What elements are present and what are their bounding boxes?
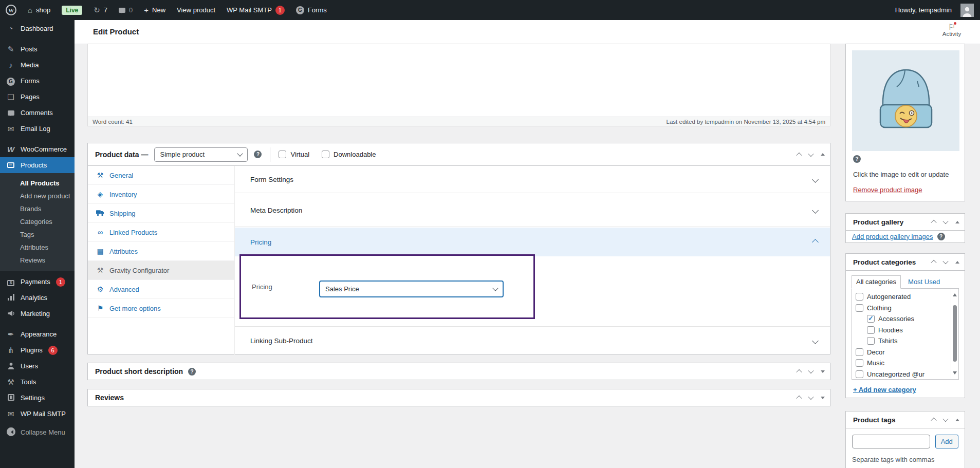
move-down-icon[interactable] — [942, 416, 948, 422]
accordion-form-settings[interactable]: Form Settings — [235, 166, 830, 193]
move-up-icon[interactable] — [931, 418, 936, 423]
tab-most-used[interactable]: Most Used — [908, 278, 940, 286]
sidebar-item-comments[interactable]: Comments — [0, 105, 75, 121]
scrollbar-thumb[interactable] — [953, 305, 957, 362]
sidebar-item-wp-mail-smtp[interactable]: ✉ WP Mail SMTP — [0, 406, 75, 422]
move-up-icon[interactable] — [796, 369, 802, 375]
sidebar-item-posts[interactable]: ✎ Posts — [0, 41, 75, 57]
tag-input[interactable] — [852, 435, 930, 448]
tab-advanced[interactable]: ⚙Advanced — [88, 280, 234, 299]
remove-product-image-link[interactable]: Remove product image — [853, 186, 922, 194]
category-checkbox[interactable] — [867, 337, 875, 345]
pricing-select[interactable]: Sales Price — [319, 280, 504, 297]
move-down-icon[interactable] — [942, 258, 948, 264]
category-checkbox[interactable] — [856, 370, 863, 378]
move-down-icon[interactable] — [942, 218, 948, 224]
help-icon[interactable]: ? — [254, 151, 262, 158]
short-description-panel[interactable]: Product short description ? — [87, 363, 830, 380]
site-name-link[interactable]: ⌂ shop — [22, 0, 56, 20]
help-icon[interactable]: ? — [937, 233, 945, 240]
add-gallery-images-link[interactable]: Add product gallery images — [852, 233, 933, 240]
category-checkbox-checked[interactable] — [867, 315, 875, 323]
accordion-meta-description[interactable]: Meta Description — [235, 194, 830, 227]
tab-all-categories[interactable]: All categories — [852, 275, 901, 289]
sidebar-item-woocommerce[interactable]: W WooCommerce — [0, 141, 75, 157]
submenu-categories[interactable]: Categories — [0, 215, 75, 228]
wp-mail-smtp-menu[interactable]: WP Mail SMTP 1 — [221, 0, 290, 20]
wp-logo-menu[interactable]: W — [0, 0, 22, 20]
move-down-icon[interactable] — [808, 368, 813, 373]
scrollbar[interactable] — [951, 289, 958, 379]
toggle-panel-icon[interactable] — [955, 219, 959, 223]
category-checkbox[interactable] — [856, 293, 863, 301]
toggle-panel-icon[interactable] — [955, 259, 959, 264]
accordion-pricing[interactable]: Pricing — [235, 228, 830, 256]
toggle-panel-icon[interactable] — [955, 417, 959, 421]
category-checkbox[interactable] — [856, 348, 863, 356]
toggle-panel-icon[interactable] — [821, 151, 825, 156]
sidebar-item-appearance[interactable]: ✒ Appearance — [0, 326, 75, 342]
scroll-down-icon[interactable] — [953, 371, 957, 377]
move-down-icon[interactable] — [808, 151, 813, 156]
sidebar-item-payments[interactable]: $ Payments 1 — [0, 274, 75, 290]
collapse-menu-button[interactable]: Collapse Menu — [0, 424, 75, 440]
add-tag-button[interactable]: Add — [935, 435, 958, 448]
move-up-icon[interactable] — [931, 220, 936, 226]
tab-general[interactable]: ⚒General — [88, 166, 234, 185]
new-content-menu[interactable]: + New — [138, 0, 171, 20]
sidebar-item-analytics[interactable]: Analytics — [0, 290, 75, 306]
forms-menu[interactable]: G Forms — [290, 0, 332, 20]
move-up-icon[interactable] — [796, 396, 802, 401]
submenu-all-products[interactable]: All Products — [0, 177, 75, 190]
submenu-attributes[interactable]: Attributes — [0, 241, 75, 254]
sidebar-item-products[interactable]: Products — [0, 157, 75, 173]
forms-label: Forms — [308, 6, 327, 14]
tab-linked-products[interactable]: ∞Linked Products — [88, 223, 234, 242]
move-up-icon[interactable] — [796, 152, 802, 158]
reviews-panel[interactable]: Reviews — [87, 389, 830, 406]
product-tags-panel: Product tags Add Separate tags with comm… — [845, 411, 965, 468]
move-down-icon[interactable] — [808, 394, 813, 400]
toggle-panel-icon[interactable] — [821, 370, 825, 375]
tab-gravity-configurator[interactable]: ⚒Gravity Configurator — [88, 261, 234, 280]
sidebar-item-plugins[interactable]: ⋔ Plugins 6 — [0, 342, 75, 358]
product-type-select[interactable]: Simple product — [154, 147, 248, 162]
virtual-checkbox[interactable] — [279, 151, 286, 158]
activity-button[interactable]: ⚐ Activity — [938, 22, 966, 37]
submenu-brands[interactable]: Brands — [0, 202, 75, 215]
submenu-reviews[interactable]: Reviews — [0, 254, 75, 267]
sidebar-item-tools[interactable]: ⚒ Tools — [0, 374, 75, 390]
add-new-category-link[interactable]: + Add new category — [853, 386, 916, 394]
help-icon[interactable]: ? — [853, 155, 861, 163]
sidebar-item-pages[interactable]: ❏ Pages — [0, 89, 75, 105]
avatar[interactable] — [960, 4, 974, 17]
sidebar-item-email-log[interactable]: ✉ Email Log — [0, 121, 75, 137]
accordion-linking-sub-product[interactable]: Linking Sub-Product — [235, 326, 830, 354]
product-image[interactable] — [852, 50, 959, 151]
view-product-link[interactable]: View product — [171, 0, 221, 20]
comments-menu[interactable]: 0 — [113, 0, 138, 20]
toggle-panel-icon[interactable] — [821, 397, 825, 401]
sidebar-item-marketing[interactable]: Marketing — [0, 306, 75, 322]
description-editor[interactable]: Word count: 41 Last edited by tempadmin … — [87, 44, 830, 126]
tab-get-more-options[interactable]: ⚑Get more options — [88, 299, 234, 318]
category-checkbox[interactable] — [856, 359, 863, 367]
sidebar-item-media[interactable]: ♪ Media — [0, 57, 75, 73]
howdy-account-menu[interactable]: Howdy, tempadmin — [890, 0, 957, 20]
scroll-up-icon[interactable] — [953, 291, 957, 296]
tab-inventory[interactable]: ◈Inventory — [88, 185, 234, 204]
cache-menu[interactable]: ↻ 7 — [88, 0, 113, 20]
tab-attributes[interactable]: ▤Attributes — [88, 242, 234, 261]
help-icon[interactable]: ? — [188, 368, 196, 376]
downloadable-checkbox[interactable] — [322, 151, 329, 158]
category-checkbox[interactable] — [856, 304, 863, 312]
submenu-add-new-product[interactable]: Add new product — [0, 190, 75, 202]
tab-shipping[interactable]: Shipping — [88, 204, 234, 223]
sidebar-item-forms[interactable]: G Forms — [0, 73, 75, 89]
submenu-tags[interactable]: Tags — [0, 228, 75, 241]
sidebar-item-settings[interactable]: Settings — [0, 390, 75, 406]
category-checkbox[interactable] — [867, 326, 875, 334]
sidebar-item-dashboard[interactable]: ◔ Dashboard — [0, 21, 75, 36]
move-up-icon[interactable] — [931, 260, 936, 266]
sidebar-item-users[interactable]: Users — [0, 358, 75, 374]
